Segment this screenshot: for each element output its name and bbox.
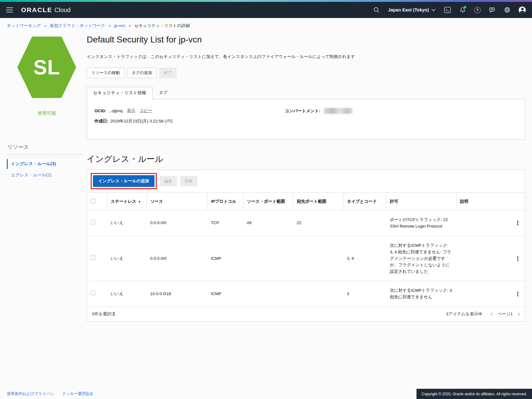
items-showing-note: 3アイテムを表示中 — [446, 311, 482, 317]
cell-source: 10.0.0.0/16 — [146, 281, 207, 307]
cell-protocol: TCP — [207, 211, 243, 236]
table-header-row: ステートレス▼ ソース IPプロトコル ソース・ポート範囲 宛先ポート範囲 タイ… — [87, 193, 525, 211]
table-row: いいえ 10.0.0.0/16 ICMP 3 次に対するICMPトラフィック: … — [87, 281, 525, 307]
app-header: ORACLE Cloud Japan East (Tokyo) — [0, 2, 532, 18]
select-all-checkbox[interactable] — [91, 199, 95, 203]
sidebar-item-label: エグレス・ルール(1) — [11, 172, 51, 178]
cell-stateless: いいえ — [107, 236, 146, 281]
cell-description — [456, 281, 511, 307]
detail-tabs: セキュリティ・リスト情報 タグ — [87, 87, 525, 99]
column-header-allows: 許可 — [386, 193, 456, 211]
created-label: 作成日: — [94, 118, 108, 124]
cell-description — [456, 211, 511, 236]
row-checkbox[interactable] — [91, 290, 95, 295]
breadcrumb-current: セキュリティ・リストの詳細 — [134, 23, 190, 28]
left-column: SL 使用可能 リソース イングレス・ルール(3) エグレス・ルール(1) — [7, 30, 87, 181]
row-checkbox[interactable] — [91, 220, 95, 224]
tab-tags[interactable]: タグ — [153, 87, 174, 99]
breadcrumb-link-networking[interactable]: ネットワーキング — [7, 23, 41, 28]
move-resource-button[interactable]: リソースの移動 — [87, 68, 124, 78]
cell-allows: 次に対するICMPトラフィック: 3, 4 宛先に到達できません: フラグメンテ… — [386, 236, 456, 281]
tab-security-list-info[interactable]: セキュリティ・リスト情報 — [87, 87, 153, 99]
oracle-cloud-logo[interactable]: ORACLE Cloud — [21, 6, 71, 14]
ocid-show-link[interactable]: 表示 — [127, 108, 135, 113]
resource-actions: リソースの移動 タグの追加 終了 — [87, 68, 525, 78]
cell-stateless: いいえ — [107, 281, 146, 307]
cell-protocol: ICMP — [207, 236, 243, 281]
cell-type-code: 3, 4 — [343, 236, 386, 281]
sidebar-item-label: イングレス・ルール(3) — [11, 161, 56, 167]
add-ingress-rule-button[interactable]: イングレス・ルールの追加 — [93, 175, 155, 187]
red-annotation-highlight: イングレス・ルールの追加 — [91, 173, 157, 189]
content-area: SL 使用可能 リソース イングレス・ルール(3) エグレス・ルール(1) De… — [0, 30, 532, 321]
page-subtitle: インスタンス・トラフィックは、このセキュリティ・リストに加えて、各インスタンス上… — [87, 54, 525, 60]
resources-nav: リソース イングレス・ルール(3) エグレス・ルール(1) — [7, 144, 87, 180]
hamburger-menu-icon[interactable] — [6, 7, 13, 12]
ingress-rules-table: ステートレス▼ ソース IPプロトコル ソース・ポート範囲 宛先ポート範囲 タイ… — [87, 192, 525, 307]
sort-desc-icon: ▼ — [138, 200, 141, 203]
sidebar-item-ingress-rules[interactable]: イングレス・ルール(3) — [7, 159, 84, 169]
delete-rule-button: 削除 — [180, 176, 198, 186]
breadcrumb-separator: » — [129, 23, 131, 28]
table-footer: 0件を選択済 3アイテムを表示中 ‹ ページ1 › — [87, 307, 525, 321]
compartment-label: コンパートメント: — [285, 108, 321, 114]
cell-stateless: いいえ — [107, 211, 146, 236]
selected-count-note: 0件を選択済 — [92, 311, 115, 317]
column-header-src-port: ソース・ポート範囲 — [243, 193, 293, 211]
created-value: 2019年12月23日(月) 3:22:56 UTC — [110, 118, 173, 124]
ingress-rules-section-title: イングレス・ルール — [87, 153, 525, 165]
hexagon-initials: SL — [33, 55, 60, 79]
row-checkbox[interactable] — [91, 255, 95, 260]
sidebar-item-egress-rules[interactable]: エグレス・ルール(1) — [7, 170, 84, 180]
cell-source: 0.0.0.0/0 — [146, 236, 207, 281]
breadcrumb-separator: » — [44, 23, 47, 28]
page-title: Default Security List for jp-vcn — [87, 35, 525, 45]
cloud-shell-icon[interactable] — [444, 7, 451, 13]
column-header-dst-port: 宛先ポート範囲 — [293, 193, 343, 211]
cell-src-port — [243, 236, 293, 281]
notification-dot — [464, 6, 466, 8]
row-kebab-menu-icon[interactable]: ⋮ — [514, 291, 521, 297]
ocid-label: OCID: — [94, 109, 106, 113]
footer-links: 使用条件およびプライバシ クッキー選択設定 — [0, 389, 93, 399]
security-list-hexagon-badge: SL — [17, 37, 76, 98]
page-prev-icon[interactable]: ‹ — [491, 311, 493, 317]
cell-allows: 次に対するICMPトラフィック: 3 宛先に到達できません — [386, 281, 456, 307]
language-globe-icon[interactable] — [504, 7, 511, 13]
page-next-icon[interactable]: › — [518, 311, 520, 317]
cookie-preferences-link[interactable]: クッキー選択設定 — [62, 391, 93, 397]
column-header-source: ソース — [146, 193, 207, 211]
ocid-copy-link[interactable]: コピー — [140, 108, 152, 113]
edit-rule-button: 編集 — [160, 176, 177, 186]
cell-allows: ポートのTCPトラフィック: 22 SSH Remote Login Proto… — [386, 211, 456, 236]
security-list-info-panel: OCID: ...ojljmq 表示 コピー 作成日: 2019年12月23日(… — [87, 99, 525, 140]
cell-dst-port — [293, 281, 343, 307]
feedback-chat-icon[interactable] — [489, 7, 496, 13]
copyright-notice: Copyright © 2020, Oracle and/or its affi… — [416, 389, 532, 399]
row-kebab-menu-icon[interactable]: ⋮ — [514, 256, 521, 262]
cell-type-code: 3 — [343, 281, 386, 307]
user-avatar[interactable] — [519, 7, 526, 14]
column-header-description: 説明 — [456, 193, 525, 211]
help-icon[interactable]: ? — [474, 7, 481, 13]
breadcrumb-link-jp-vcn[interactable]: jp-vcn — [114, 23, 125, 28]
terms-privacy-link[interactable]: 使用条件およびプライバシ — [7, 391, 54, 397]
cell-src-port — [243, 281, 293, 307]
cell-source: 0.0.0.0/0 — [146, 211, 207, 236]
notifications-bell-icon[interactable] — [459, 7, 466, 13]
add-tags-button[interactable]: タグの追加 — [127, 68, 157, 78]
page-footer: 使用条件およびプライバシ クッキー選択設定 Copyright © 2020, … — [0, 389, 532, 399]
search-icon[interactable] — [373, 7, 380, 13]
chevron-down-icon — [431, 9, 436, 11]
page-indicator: ページ1 — [498, 311, 513, 317]
column-header-stateless[interactable]: ステートレス▼ — [107, 193, 146, 211]
breadcrumb: ネットワーキング » 仮想クラウド・ネットワーク » jp-vcn » セキュリ… — [0, 18, 532, 30]
breadcrumb-link-vcn[interactable]: 仮想クラウド・ネットワーク — [50, 23, 105, 28]
oracle-cloud-console-page: ORACLE Cloud Japan East (Tokyo) — [0, 0, 532, 399]
row-kebab-menu-icon[interactable]: ⋮ — [514, 220, 521, 226]
region-selector[interactable]: Japan East (Tokyo) — [388, 7, 436, 12]
status-badge: 使用可能 — [7, 110, 87, 116]
cell-src-port: All — [243, 211, 293, 236]
table-row: いいえ 0.0.0.0/0 TCP All 22 ポートのTCPトラフィック: … — [87, 211, 525, 236]
main-column: Default Security List for jp-vcn インスタンス・… — [87, 30, 525, 321]
